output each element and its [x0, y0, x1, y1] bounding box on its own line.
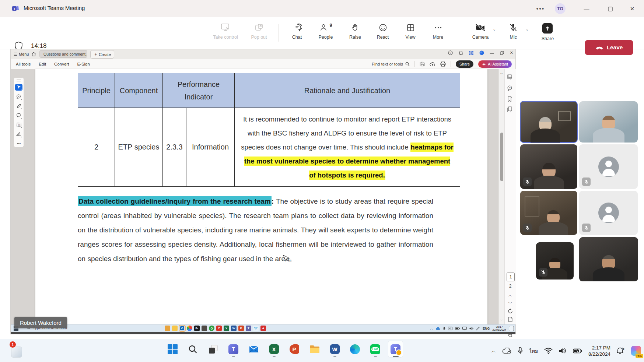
- inner-tray-chevron-icon[interactable]: ︿: [430, 327, 433, 331]
- inner-pen-icon[interactable]: [476, 327, 480, 331]
- taskbar-edge-icon[interactable]: [347, 341, 363, 358]
- comment-tool[interactable]: [15, 93, 22, 100]
- battery-icon[interactable]: [573, 348, 582, 354]
- text-box-tool[interactable]: A: [15, 122, 22, 128]
- pages-panel-icon[interactable]: [507, 106, 512, 112]
- assistant-orb-icon[interactable]: [479, 50, 484, 55]
- inner-outlook-icon[interactable]: O: [179, 326, 185, 331]
- page-number-current[interactable]: 1: [507, 273, 515, 281]
- inner-volume-icon[interactable]: [469, 327, 473, 330]
- inner-language-indicator[interactable]: ENG: [483, 327, 490, 330]
- convert-menu[interactable]: Convert: [54, 62, 69, 66]
- taskbar-mail-icon[interactable]: [246, 341, 261, 358]
- inner-excel-icon[interactable]: X: [224, 326, 229, 331]
- inner-screenshot-icon[interactable]: [448, 327, 452, 330]
- more-button[interactable]: More: [424, 20, 452, 47]
- close-icon[interactable]: ✕: [627, 4, 637, 14]
- start-button[interactable]: [165, 341, 180, 358]
- esign-menu[interactable]: E-Sign: [77, 62, 90, 66]
- export-image-panel-icon[interactable]: [507, 74, 513, 80]
- wifi-icon[interactable]: [544, 348, 553, 354]
- inner-powerpoint-icon[interactable]: P: [238, 326, 244, 331]
- participant-video-tile-3[interactable]: [520, 144, 577, 189]
- participant-video-tile-2[interactable]: [579, 101, 638, 143]
- document-scrollbar[interactable]: ︿ ﹀: [498, 69, 505, 324]
- cloud-upload-icon[interactable]: [430, 62, 435, 67]
- all-tools-menu[interactable]: All tools: [16, 62, 31, 66]
- participant-video-tile-1[interactable]: [520, 101, 577, 143]
- page-number-next[interactable]: 2: [507, 284, 514, 289]
- inner-onedrive-icon[interactable]: [435, 327, 440, 330]
- react-button[interactable]: React: [369, 20, 397, 47]
- user-avatar[interactable]: TO: [555, 3, 566, 14]
- inner-battery-icon[interactable]: [455, 327, 460, 330]
- people-button[interactable]: 9 People: [310, 20, 342, 47]
- acrobat-notifications-bell-icon[interactable]: [459, 50, 463, 55]
- rail-more-tools[interactable]: •••: [15, 140, 22, 147]
- save-icon[interactable]: [420, 61, 425, 67]
- taskbar-clock[interactable]: 2:17 PM 8/22/2024: [588, 345, 610, 357]
- find-text-button[interactable]: Find text or tools: [372, 62, 410, 66]
- copilot-icon[interactable]: PRE: [631, 346, 641, 356]
- bookmarks-panel-icon[interactable]: [507, 96, 512, 102]
- acrobat-help-icon[interactable]: ?: [448, 50, 453, 55]
- camera-options-chevron-icon[interactable]: ⌄: [493, 27, 496, 32]
- taskbar-word-icon[interactable]: W: [327, 341, 342, 358]
- tray-mic-icon[interactable]: [518, 347, 523, 355]
- taskbar-powerpoint-icon[interactable]: P: [287, 341, 302, 358]
- inner-mic-icon[interactable]: [443, 327, 445, 331]
- lasso-tool[interactable]: [15, 112, 22, 119]
- camera-button[interactable]: Camera: [469, 20, 492, 47]
- raise-hand-button[interactable]: Raise: [342, 20, 369, 47]
- sign-tool[interactable]: [15, 131, 22, 137]
- inner-acrobat-icon[interactable]: A: [260, 326, 266, 331]
- acrobat-restore-icon[interactable]: [500, 51, 504, 55]
- rail-grip-handle[interactable]: [17, 80, 21, 81]
- pencil-tool[interactable]: [15, 103, 22, 109]
- view-button[interactable]: View: [397, 20, 424, 47]
- ai-assistant-button[interactable]: AI Assistant: [478, 60, 512, 68]
- inner-chrome-icon[interactable]: [187, 326, 192, 331]
- acrobat-share-button[interactable]: Share: [456, 60, 473, 68]
- taskbar-corner-notification[interactable]: 1: [10, 341, 24, 358]
- inner-bird-app-icon[interactable]: [202, 326, 207, 331]
- participant-video-tile-7[interactable]: [536, 242, 574, 280]
- inner-z-app-icon[interactable]: Z: [216, 326, 222, 331]
- mic-options-chevron-icon[interactable]: ⌄: [525, 27, 529, 32]
- rotate-page-icon[interactable]: [507, 309, 514, 314]
- inner-brave-icon[interactable]: Br: [194, 326, 200, 331]
- onedrive-icon[interactable]: [502, 348, 511, 354]
- participant-video-tile-5[interactable]: [520, 191, 577, 235]
- inner-wifi-icon[interactable]: [253, 326, 259, 331]
- scroll-up-icon[interactable]: ︿: [500, 71, 503, 75]
- share-button[interactable]: Share: [535, 20, 560, 47]
- acrobat-minimize-icon[interactable]: —: [490, 51, 494, 55]
- apps-grid-icon[interactable]: [469, 51, 473, 55]
- acrobat-close-icon[interactable]: ✕: [510, 50, 513, 55]
- participant-placeholder-tile-4[interactable]: [579, 144, 638, 189]
- titlebar-more-icon[interactable]: •••: [535, 4, 546, 14]
- language-indicator[interactable]: ไทย: [529, 347, 538, 355]
- inner-file-explorer-icon[interactable]: [172, 326, 178, 331]
- page-down-icon[interactable]: ﹀: [507, 301, 514, 306]
- edit-menu[interactable]: Edit: [39, 62, 46, 66]
- document-tab[interactable]: Questions and comment... ✕: [39, 50, 87, 58]
- taskbar-teams-meeting-icon[interactable]: T: [388, 341, 403, 358]
- minimize-icon[interactable]: —: [581, 4, 592, 14]
- inner-word-icon[interactable]: W: [231, 326, 237, 331]
- page-thumbnail-icon[interactable]: [507, 317, 514, 322]
- participant-placeholder-tile-6[interactable]: [579, 191, 638, 235]
- inner-notification-center-icon[interactable]: [509, 326, 514, 331]
- taskbar-file-explorer-icon[interactable]: [307, 341, 322, 358]
- leave-button[interactable]: Leave: [585, 40, 633, 55]
- scroll-down-icon[interactable]: ﹀: [500, 318, 503, 323]
- inner-clock[interactable]: 08:1722/08/2024: [492, 326, 506, 331]
- page-up-icon[interactable]: ︿: [507, 292, 514, 298]
- maximize-icon[interactable]: [605, 4, 615, 14]
- taskbar-teams-icon[interactable]: T: [226, 341, 241, 358]
- tray-chevron-icon[interactable]: ︿: [491, 348, 496, 354]
- volume-icon[interactable]: [559, 348, 567, 354]
- participant-video-tile-8[interactable]: [579, 237, 638, 281]
- taskbar-line-icon[interactable]: LINE: [368, 341, 383, 358]
- chat-button[interactable]: Chat: [284, 20, 310, 47]
